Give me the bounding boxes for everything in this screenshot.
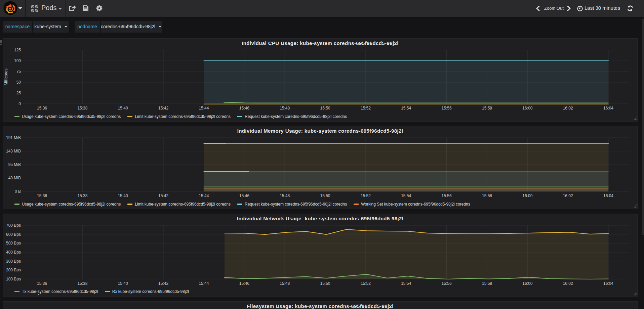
svg-text:15:48: 15:48 [280,281,290,286]
svg-text:15:46: 15:46 [239,281,249,286]
svg-text:25: 25 [16,91,21,95]
svg-text:15:58: 15:58 [482,281,492,286]
svg-text:16:04: 16:04 [603,106,613,111]
svg-text:15:40: 15:40 [118,106,128,111]
svg-text:400 Bps: 400 Bps [6,250,21,255]
svg-text:15:36: 15:36 [37,193,47,198]
svg-text:125: 125 [14,48,21,52]
svg-text:15:54: 15:54 [401,193,411,198]
svg-text:15:50: 15:50 [320,193,330,198]
svg-text:15:42: 15:42 [158,193,168,198]
svg-text:15:40: 15:40 [118,281,128,286]
svg-text:600 Bps: 600 Bps [6,232,21,237]
svg-text:16:02: 16:02 [563,281,573,286]
svg-text:16:04: 16:04 [603,193,613,198]
svg-text:15:38: 15:38 [77,106,87,111]
svg-text:0: 0 [18,101,21,106]
svg-text:95 MiB: 95 MiB [8,162,21,167]
svg-text:15:42: 15:42 [158,281,168,286]
svg-text:143 MiB: 143 MiB [6,149,21,153]
svg-text:300 Bps: 300 Bps [6,259,21,264]
svg-text:75: 75 [16,69,21,74]
svg-text:0 B: 0 B [15,189,21,194]
svg-text:15:56: 15:56 [442,193,452,198]
svg-text:48 MiB: 48 MiB [8,176,21,180]
svg-text:15:48: 15:48 [280,193,290,198]
svg-text:15:50: 15:50 [320,281,330,286]
svg-text:100 Bps: 100 Bps [6,277,21,281]
svg-text:15:44: 15:44 [199,106,209,111]
svg-text:50: 50 [16,80,21,85]
svg-text:15:52: 15:52 [361,106,371,111]
svg-text:15:44: 15:44 [199,281,209,286]
svg-text:15:56: 15:56 [442,281,452,286]
svg-text:15:54: 15:54 [401,106,411,111]
svg-text:15:40: 15:40 [118,193,128,198]
svg-text:15:54: 15:54 [401,281,411,286]
svg-text:15:46: 15:46 [239,193,249,198]
svg-text:191 MiB: 191 MiB [6,135,21,140]
svg-text:16:00: 16:00 [522,193,532,198]
svg-text:15:38: 15:38 [77,281,87,286]
svg-text:15:50: 15:50 [320,106,330,111]
svg-text:Millicores: Millicores [4,69,8,85]
svg-text:15:36: 15:36 [37,106,47,111]
svg-text:700 Bps: 700 Bps [6,223,21,228]
svg-text:200 Bps: 200 Bps [6,268,21,272]
svg-text:16:00: 16:00 [522,281,532,286]
svg-text:15:52: 15:52 [361,193,371,198]
svg-text:15:44: 15:44 [199,193,209,198]
svg-text:15:38: 15:38 [77,193,87,198]
svg-text:15:36: 15:36 [37,281,47,286]
svg-text:15:48: 15:48 [280,106,290,111]
svg-text:15:56: 15:56 [442,106,452,111]
svg-text:15:58: 15:58 [482,106,492,111]
svg-text:15:52: 15:52 [361,281,371,286]
svg-text:100: 100 [14,58,21,63]
svg-text:16:04: 16:04 [603,281,613,286]
svg-text:15:42: 15:42 [158,106,168,111]
svg-text:500 Bps: 500 Bps [6,241,21,246]
svg-text:15:46: 15:46 [239,106,249,111]
svg-text:15:58: 15:58 [482,193,492,198]
svg-text:16:00: 16:00 [522,106,532,111]
svg-text:16:02: 16:02 [563,193,573,198]
svg-text:16:02: 16:02 [563,106,573,111]
